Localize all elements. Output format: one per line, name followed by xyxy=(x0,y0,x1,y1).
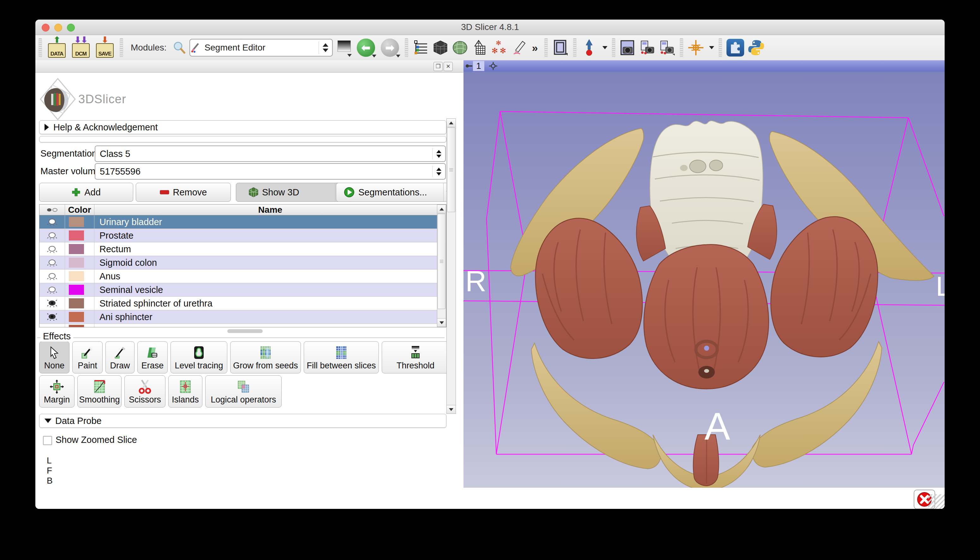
effect-level-tracing-button[interactable]: Level tracing xyxy=(170,341,227,373)
visibility-toggle[interactable] xyxy=(40,324,65,327)
splitter-handle[interactable] xyxy=(227,329,263,333)
screenshot-button[interactable] xyxy=(620,40,636,56)
segmentations-button[interactable]: Segmentations... xyxy=(336,183,453,202)
view-crosshair-icon[interactable] xyxy=(489,62,498,70)
segment-name-cell[interactable]: Sigmoid colon xyxy=(94,256,446,269)
segment-color-cell[interactable] xyxy=(65,310,94,323)
dicom-button[interactable]: ⬇⬇DCM xyxy=(70,37,91,58)
toolbar-handle[interactable] xyxy=(405,38,408,57)
visibility-toggle[interactable] xyxy=(40,283,65,297)
table-row[interactable]: Seminal vesicle xyxy=(40,283,446,297)
effect-fill-between-slices-button[interactable]: Fill between slices xyxy=(304,341,379,373)
table-scrollbar[interactable] xyxy=(437,205,446,327)
show-zoomed-slice-checkbox[interactable] xyxy=(43,436,52,445)
effect-scissors-button[interactable]: Scissors xyxy=(124,375,165,408)
module-search-icon[interactable] xyxy=(172,41,186,55)
color-swatch[interactable] xyxy=(69,258,84,268)
segment-name-cell[interactable]: Urinary bladder xyxy=(94,215,446,228)
visibility-column-header[interactable] xyxy=(40,205,65,215)
segmentation-spinner[interactable] xyxy=(433,150,445,158)
segmentations-module-button[interactable] xyxy=(472,40,488,56)
layout-selector-button[interactable] xyxy=(552,40,568,56)
toolbar-handle[interactable] xyxy=(718,38,722,57)
subject-hierarchy-button[interactable] xyxy=(413,40,429,56)
segment-color-cell[interactable] xyxy=(65,324,94,327)
scrollbar-thumb[interactable] xyxy=(438,214,445,309)
effect-logical-operators-button[interactable]: Logical operators xyxy=(205,375,282,408)
view-3d-header[interactable]: 1 xyxy=(463,60,945,72)
close-panel-button[interactable]: ✕ xyxy=(443,62,453,71)
effect-smoothing-button[interactable]: Smoothing xyxy=(77,375,122,408)
show-3d-button[interactable]: Show 3D xyxy=(236,183,345,202)
effect-paint-button[interactable]: Paint xyxy=(72,341,103,373)
color-swatch[interactable] xyxy=(69,217,84,227)
visibility-toggle[interactable] xyxy=(40,256,65,269)
view-3d-viewport[interactable]: R A L xyxy=(463,72,945,488)
mouse-interaction-button[interactable] xyxy=(581,40,597,56)
master-volume-selector[interactable]: 51755596 xyxy=(95,163,446,180)
color-swatch[interactable] xyxy=(69,285,84,295)
table-row[interactable]: Striated sphincter of urethra xyxy=(40,297,446,310)
panel-dock-bar[interactable]: ❐ ✕ xyxy=(35,60,463,73)
scene-view-restore-button[interactable] xyxy=(659,40,675,56)
visibility-toggle[interactable] xyxy=(40,297,65,310)
color-swatch[interactable] xyxy=(69,325,84,327)
name-column-header[interactable]: Name xyxy=(94,205,446,215)
color-column-header[interactable]: Color xyxy=(65,205,94,215)
chevron-down-icon[interactable] xyxy=(602,46,607,49)
segment-color-cell[interactable] xyxy=(65,270,94,283)
table-row[interactable]: Urinary bladder xyxy=(40,215,446,229)
visibility-toggle[interactable] xyxy=(40,229,65,242)
module-history-button[interactable] xyxy=(336,37,352,58)
effect-threshold-button[interactable]: Threshold xyxy=(382,341,449,373)
table-row[interactable]: Rectum xyxy=(40,242,446,256)
effect-islands-button[interactable]: Islands xyxy=(168,375,202,408)
toolbar-handle[interactable] xyxy=(544,38,548,57)
effect-erase-button[interactable]: Erase xyxy=(137,341,168,373)
resize-grip[interactable] xyxy=(928,494,945,509)
segment-name-cell[interactable]: Ani sphincter xyxy=(94,310,446,323)
table-row[interactable]: Anus xyxy=(40,270,446,283)
table-row[interactable]: Prostate xyxy=(40,229,446,242)
chevron-down-icon[interactable] xyxy=(709,46,714,49)
save-button[interactable]: ⬇SAVE xyxy=(94,37,115,58)
module-back-button[interactable]: ⬅ xyxy=(355,37,376,58)
undock-panel-button[interactable]: ❐ xyxy=(433,62,443,71)
toolbar-handle[interactable] xyxy=(612,38,615,57)
scroll-up-button[interactable] xyxy=(447,119,456,127)
effect-none-button[interactable]: None xyxy=(39,341,70,373)
scroll-down-button[interactable] xyxy=(437,318,446,327)
effect-margin-button[interactable]: Margin xyxy=(39,375,75,408)
table-row[interactable] xyxy=(40,324,446,327)
panel-scrollbar[interactable] xyxy=(447,118,456,414)
segment-name-cell[interactable]: Striated sphincter of urethra xyxy=(94,297,446,310)
scroll-down-button[interactable] xyxy=(447,405,456,413)
table-row[interactable]: Ani sphincter xyxy=(40,310,446,324)
scroll-up-button[interactable] xyxy=(437,205,446,213)
effect-grow-from-seeds-button[interactable]: Grow from seeds xyxy=(230,341,301,373)
segment-color-cell[interactable] xyxy=(65,229,94,242)
view-3d-tab[interactable]: 1 xyxy=(473,61,484,71)
color-swatch[interactable] xyxy=(69,244,84,254)
visibility-toggle[interactable] xyxy=(40,215,65,228)
remove-segment-button[interactable]: Remove xyxy=(136,183,231,202)
markups-button[interactable]: ✻ ✻ ✻ xyxy=(491,40,507,56)
module-forward-button[interactable]: ➡ xyxy=(380,37,400,58)
toolbar-handle[interactable] xyxy=(38,38,42,57)
models-button[interactable] xyxy=(452,40,468,56)
segment-name-cell[interactable]: Anus xyxy=(94,270,446,283)
master-volume-spinner[interactable] xyxy=(433,168,445,175)
module-selector[interactable]: Segment Editor xyxy=(190,39,333,57)
volume-rendering-button[interactable] xyxy=(432,40,448,56)
table-row[interactable]: Sigmoid colon xyxy=(40,256,446,270)
help-acknowledgement-section[interactable]: Help & Acknowledgement xyxy=(39,120,447,134)
scene-view-capture-button[interactable] xyxy=(639,40,656,56)
color-swatch[interactable] xyxy=(69,312,84,322)
data-probe-section[interactable]: Data Probe xyxy=(39,414,447,428)
toolbar-handle[interactable] xyxy=(573,38,577,57)
module-selector-spinner[interactable] xyxy=(319,43,332,52)
visibility-toggle[interactable] xyxy=(40,242,65,256)
toolbar-handle[interactable] xyxy=(680,38,683,57)
segment-color-cell[interactable] xyxy=(65,242,94,256)
extensions-manager-button[interactable] xyxy=(727,39,744,57)
